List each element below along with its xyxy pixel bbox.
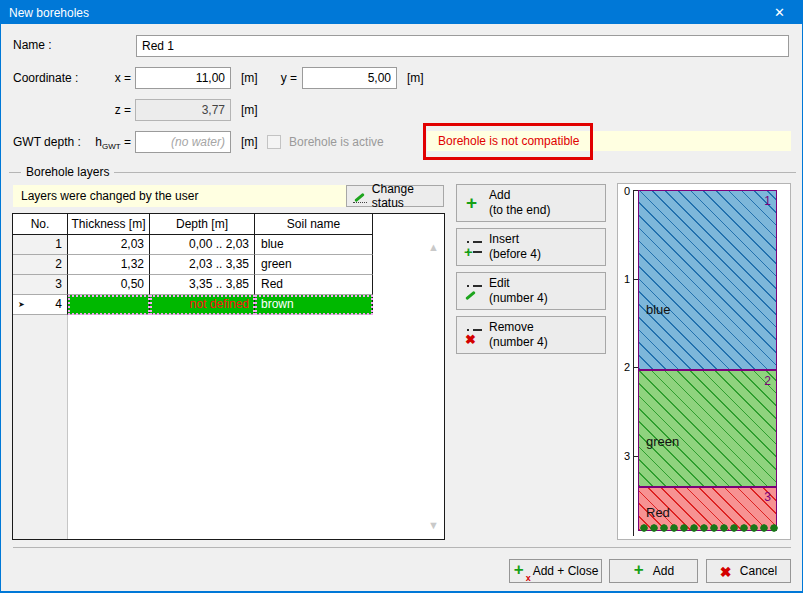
groupbox-line: [9, 172, 796, 173]
undefined-layer-dots: [638, 522, 778, 532]
y-label: y =: [269, 67, 297, 89]
borehole-profile-panel: 0 1 2 3 blue green Red 1 2 3: [617, 183, 791, 540]
pencil-icon: [353, 190, 367, 203]
layers-grid: No. Thickness [m] Depth [m] Soil name 1 …: [13, 214, 373, 315]
x-label: x =: [101, 67, 131, 89]
table-row-2-no[interactable]: 2: [13, 255, 68, 275]
name-input[interactable]: [136, 35, 789, 57]
table-row-2-soil[interactable]: green: [255, 255, 373, 275]
col-header-depth: Depth [m]: [150, 214, 255, 235]
insert-icon: +: [465, 238, 483, 256]
table-row-4-soil[interactable]: brown: [255, 295, 373, 315]
new-boreholes-dialog: New boreholes ✕ Name : Coordinate : x = …: [0, 0, 803, 593]
table-row-1-thickness[interactable]: 2,03: [68, 235, 150, 255]
gwt-unit: [m]: [241, 131, 258, 153]
x-unit: [m]: [241, 67, 258, 89]
add-icon-footer: +: [633, 564, 648, 579]
table-row-2-depth[interactable]: 2,03 .. 3,35: [150, 255, 255, 275]
remove-icon: ✖: [465, 326, 483, 344]
borehole-active-checkbox[interactable]: [267, 135, 281, 149]
dialog-title: New boreholes: [9, 6, 89, 20]
table-row-1-depth[interactable]: 0,00 .. 2,03: [150, 235, 255, 255]
row-header-strip: [13, 315, 68, 539]
cancel-icon: ✖: [720, 564, 735, 579]
table-row-1-soil[interactable]: blue: [255, 235, 373, 255]
add-close-button[interactable]: +x Add + Close: [509, 559, 602, 583]
remove-layer-button[interactable]: ✖ Remove(number 4): [456, 316, 606, 354]
layer-blue-number: 1: [764, 194, 771, 208]
coordinate-label: Coordinate :: [13, 67, 78, 89]
gwt-depth-label: GWT depth :: [13, 131, 81, 153]
layer-blue-label: blue: [646, 302, 671, 317]
insert-layer-button[interactable]: + Insert(before 4): [456, 228, 606, 266]
close-icon[interactable]: ✕: [757, 1, 802, 24]
z-input: [135, 99, 231, 121]
cancel-button[interactable]: ✖ Cancel: [706, 559, 791, 583]
y-unit: [m]: [407, 67, 424, 89]
title-bar: New boreholes: [1, 1, 802, 24]
table-row-1-no[interactable]: 1: [13, 235, 68, 255]
depth-axis: [633, 190, 634, 536]
name-label: Name :: [13, 34, 52, 56]
col-header-thickness: Thickness [m]: [68, 214, 150, 235]
change-status-label: Change status: [372, 182, 443, 210]
table-row-3-thickness[interactable]: 0,50: [68, 275, 150, 295]
table-row-3-depth[interactable]: 3,35 .. 3,85: [150, 275, 255, 295]
tick-3: 3: [616, 449, 630, 463]
change-status-button[interactable]: Change status: [346, 185, 444, 207]
scroll-up-icon[interactable]: ▲: [428, 242, 439, 253]
status-banner: Layers were changed by the user: [13, 185, 347, 207]
layer-green-number: 2: [764, 374, 771, 388]
x-input[interactable]: [135, 67, 231, 89]
table-row-3-soil[interactable]: Red: [255, 275, 373, 295]
y-input[interactable]: [302, 67, 397, 89]
layer-green-label: green: [646, 434, 679, 449]
current-row-arrow-icon: ➤: [18, 295, 25, 314]
z-label: z =: [101, 99, 131, 121]
borehole-active-label: Borehole is active: [289, 131, 384, 153]
gwt-input[interactable]: [135, 131, 231, 153]
add-close-icon: +x: [513, 564, 528, 579]
tick-0: 0: [616, 184, 630, 198]
edit-layer-button[interactable]: Edit(number 4): [456, 272, 606, 310]
table-row-4-depth[interactable]: not defined: [150, 295, 255, 315]
add-icon: +: [465, 194, 483, 212]
gwt-symbol: hGWT =: [89, 131, 131, 153]
table-row-4-thickness[interactable]: [68, 295, 150, 315]
table-row-3-no[interactable]: 3: [13, 275, 68, 295]
add-layer-button[interactable]: + Add(to the end): [456, 184, 606, 222]
layers-table: No. Thickness [m] Depth [m] Soil name 1 …: [12, 213, 445, 540]
layer-green: [638, 370, 777, 487]
borehole-column: blue green Red 1 2 3: [638, 184, 777, 541]
layer-red-label: Red: [646, 505, 670, 520]
tick-1: 1: [616, 272, 630, 286]
groupbox-title: Borehole layers: [21, 165, 114, 179]
footer-separator: [13, 547, 791, 548]
add-button[interactable]: + Add: [609, 559, 698, 583]
col-header-no: No.: [13, 214, 68, 235]
edit-icon: [465, 282, 483, 300]
table-row-2-thickness[interactable]: 1,32: [68, 255, 150, 275]
scroll-down-icon[interactable]: ▼: [428, 520, 439, 531]
col-header-soil: Soil name: [255, 214, 373, 235]
tick-2: 2: [616, 360, 630, 374]
layer-blue: [638, 190, 777, 370]
z-unit: [m]: [241, 99, 258, 121]
table-row-4-no[interactable]: ➤ 4: [13, 295, 68, 315]
warning-text: Borehole is not compatible: [427, 131, 791, 151]
layer-red-number: 3: [764, 490, 771, 504]
